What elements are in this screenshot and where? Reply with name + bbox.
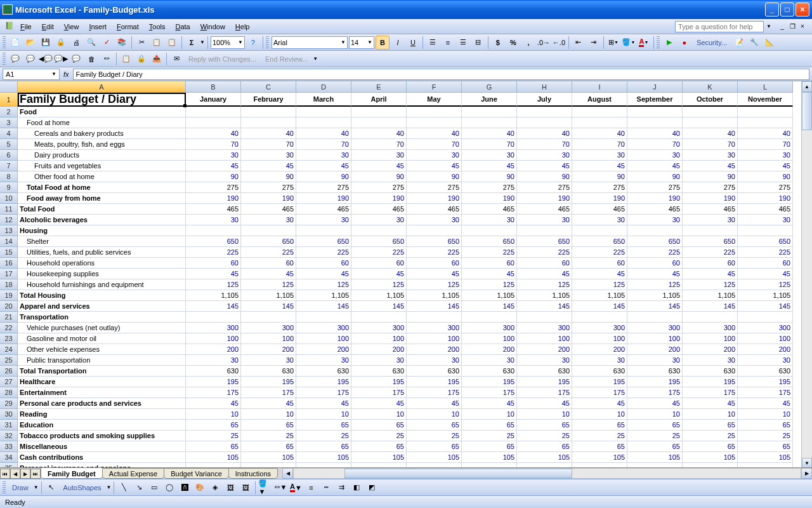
cell[interactable]: 1,105 (572, 290, 627, 301)
cell[interactable]: 100 (186, 333, 241, 344)
cell[interactable]: 175 (186, 387, 241, 398)
vertical-scrollbar[interactable]: ▲ ▼ (801, 81, 812, 469)
cell[interactable]: 465 (683, 204, 738, 215)
cell[interactable]: 30 (241, 150, 296, 161)
cell[interactable] (517, 117, 572, 128)
cell[interactable]: 200 (738, 344, 793, 355)
cell[interactable]: 650 (517, 236, 572, 247)
cell[interactable]: Apparel and services (18, 301, 186, 312)
cell[interactable]: 25 (462, 431, 517, 441)
cell[interactable]: 10 (738, 409, 793, 420)
cell[interactable]: 30 (627, 215, 683, 225)
cell[interactable]: 125 (462, 279, 517, 290)
cell[interactable]: Healthcare (18, 377, 186, 387)
cell[interactable]: 100 (296, 333, 351, 344)
cell[interactable]: 60 (407, 258, 462, 269)
cell[interactable] (572, 225, 627, 236)
cell[interactable]: 225 (738, 247, 793, 258)
autoshapes-menu[interactable]: AutoShapes (60, 484, 105, 491)
cell[interactable] (241, 117, 296, 128)
cell[interactable]: 40 (241, 128, 296, 139)
minimize-button[interactable]: _ (765, 3, 779, 17)
cell[interactable]: June (462, 93, 517, 107)
cell[interactable]: 65 (296, 420, 351, 431)
menu-window[interactable]: Window (195, 22, 230, 32)
share-button[interactable]: 📤 (150, 52, 164, 66)
cell[interactable]: 190 (407, 193, 462, 204)
cell[interactable]: 225 (627, 247, 683, 258)
cell[interactable]: 30 (241, 355, 296, 366)
cell[interactable]: 45 (351, 269, 407, 279)
cell[interactable]: 45 (572, 398, 627, 409)
cell[interactable]: Vehicle purchases (net outlay) (18, 323, 186, 333)
cell[interactable]: 195 (738, 377, 793, 387)
cell[interactable]: 65 (462, 441, 517, 452)
cell[interactable]: 190 (572, 193, 627, 204)
cell[interactable]: Total Food (18, 204, 186, 215)
column-header[interactable]: E (351, 81, 407, 93)
underline-button[interactable]: U (406, 36, 420, 50)
cell[interactable]: 125 (186, 279, 241, 290)
toolbar-grip[interactable] (266, 36, 269, 49)
cell[interactable]: 45 (517, 161, 572, 171)
column-header[interactable]: L (738, 81, 793, 93)
cell[interactable]: Personal care products and services (18, 398, 186, 409)
track-changes-button[interactable]: 📋 (119, 52, 133, 66)
cell[interactable]: 225 (517, 247, 572, 258)
cell[interactable]: 30 (517, 150, 572, 161)
cell[interactable]: 195 (351, 377, 407, 387)
cell[interactable]: Tobacco products and smoking supplies (18, 431, 186, 441)
cell[interactable]: 100 (572, 333, 627, 344)
cell[interactable] (186, 225, 241, 236)
cell[interactable]: 30 (572, 355, 627, 366)
diagram-button[interactable]: ◈ (208, 481, 222, 495)
cell[interactable]: 145 (627, 301, 683, 312)
cell[interactable]: 195 (572, 377, 627, 387)
cell[interactable]: 25 (186, 431, 241, 441)
cell[interactable]: 10 (517, 409, 572, 420)
merge-center-button[interactable]: ⊟ (471, 36, 485, 50)
cell[interactable]: Meats, poultry, fish, and eggs (18, 139, 186, 150)
increase-decimal-button[interactable]: .0→ (537, 36, 551, 50)
comma-button[interactable]: , (521, 36, 535, 50)
cell[interactable] (738, 312, 793, 323)
cell[interactable]: 10 (407, 409, 462, 420)
formula-input[interactable]: Family Budget / Diary (73, 69, 809, 80)
cell[interactable]: 145 (241, 301, 296, 312)
cell[interactable]: 175 (462, 387, 517, 398)
cell[interactable]: Housing (18, 225, 186, 236)
cell[interactable]: 65 (683, 441, 738, 452)
cell[interactable] (296, 117, 351, 128)
cell[interactable]: 100 (738, 333, 793, 344)
textbox-button[interactable]: 🅰 (178, 481, 192, 495)
cell[interactable]: 175 (241, 387, 296, 398)
cell[interactable]: 70 (683, 139, 738, 150)
cell[interactable]: 465 (407, 204, 462, 215)
fx-icon[interactable]: fx (63, 70, 69, 78)
cell[interactable]: 105 (241, 452, 296, 463)
shadow-button[interactable]: ◧ (350, 481, 363, 495)
control-toolbox-button[interactable]: 🔧 (747, 36, 761, 50)
row-header[interactable]: 33 (0, 441, 18, 452)
delete-comment-button[interactable]: 🗑 (84, 52, 98, 66)
open-button[interactable]: 📂 (23, 36, 37, 50)
cell[interactable] (627, 107, 683, 117)
sheet-tab[interactable]: Instructions (228, 468, 278, 479)
cell[interactable]: 195 (683, 377, 738, 387)
cell[interactable]: 90 (407, 171, 462, 182)
column-header[interactable]: H (517, 81, 572, 93)
cell[interactable]: 125 (296, 279, 351, 290)
cell[interactable]: 105 (738, 452, 793, 463)
cell[interactable]: 10 (462, 409, 517, 420)
cell[interactable]: 650 (241, 236, 296, 247)
cell[interactable]: 45 (517, 269, 572, 279)
font-size-select[interactable]: 14▼ (349, 36, 374, 49)
cell[interactable] (683, 312, 738, 323)
cell[interactable]: 40 (572, 128, 627, 139)
cell[interactable]: 30 (627, 355, 683, 366)
cell[interactable]: 40 (627, 128, 683, 139)
cell[interactable]: 45 (407, 269, 462, 279)
cell[interactable]: 45 (296, 269, 351, 279)
cell[interactable]: 300 (627, 323, 683, 333)
cell[interactable]: 45 (407, 161, 462, 171)
